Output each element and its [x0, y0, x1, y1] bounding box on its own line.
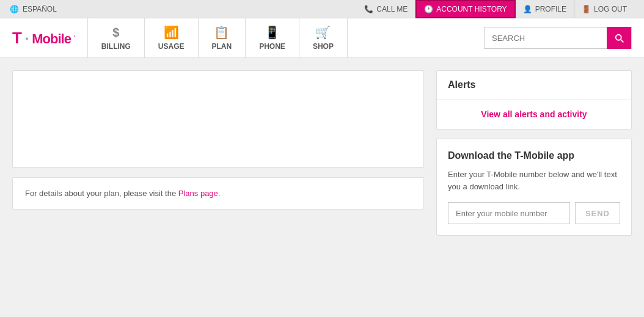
right-column: Alerts View all alerts and activity Down…	[436, 70, 632, 236]
search-button[interactable]	[607, 27, 631, 49]
main-content: For details about your plan, please visi…	[0, 58, 644, 248]
plan-info-box: For details about your plan, please visi…	[12, 177, 424, 210]
top-bar: 🌐 ESPAÑOL 📞 CALL ME 🕐 ACCOUNT HISTORY 👤 …	[0, 0, 644, 18]
search-input[interactable]	[485, 27, 607, 48]
usage-icon: 📶	[164, 25, 179, 40]
nav-plan[interactable]: 📋 PLAN	[199, 18, 246, 57]
plan-label: PLAN	[212, 42, 232, 51]
nav-shop[interactable]: 🛒 SHOP	[299, 18, 348, 57]
history-icon: 🕐	[424, 5, 433, 13]
download-form: SEND	[448, 202, 620, 224]
shop-icon: 🛒	[315, 25, 331, 40]
billing-icon: $	[112, 26, 119, 40]
search-icon	[613, 32, 624, 43]
language-selector[interactable]: 🌐 ESPAÑOL	[10, 5, 57, 13]
phone-label: PHONE	[259, 42, 285, 51]
nav-usage[interactable]: 📶 USAGE	[145, 18, 199, 57]
usage-label: USAGE	[158, 42, 185, 51]
search-area	[472, 18, 644, 57]
phone-nav-icon: 📱	[265, 25, 280, 40]
mobile-number-input[interactable]	[448, 202, 570, 224]
nav-phone[interactable]: 📱 PHONE	[246, 18, 299, 57]
globe-icon: 🌐	[10, 5, 19, 13]
send-button[interactable]: SEND	[575, 202, 620, 224]
logo-text: T · Mobile ·	[12, 29, 75, 48]
call-me-link[interactable]: 📞 CALL ME	[357, 0, 415, 18]
plans-page-link[interactable]: Plans page	[178, 189, 218, 198]
phone-icon: 📞	[364, 5, 373, 13]
person-icon: 👤	[523, 5, 532, 13]
language-label: ESPAÑOL	[23, 5, 57, 13]
content-box	[12, 70, 424, 168]
download-description: Enter your T-Mobile number below and we'…	[448, 169, 620, 192]
nav-links: $ BILLING 📶 USAGE 📋 PLAN 📱 PHONE 🛒 SHOP	[88, 18, 472, 57]
alerts-box: Alerts View all alerts and activity	[436, 70, 632, 129]
logout-icon: 🚪	[582, 5, 591, 13]
nav-bar: T · Mobile · $ BILLING 📶 USAGE 📋 PLAN 📱 …	[0, 18, 644, 58]
download-title: Download the T-Mobile app	[448, 150, 620, 161]
profile-link[interactable]: 👤 PROFILE	[516, 0, 574, 18]
download-box: Download the T-Mobile app Enter your T-M…	[436, 139, 632, 236]
plan-info-suffix: .	[218, 189, 221, 198]
alerts-title: Alerts	[437, 71, 631, 100]
view-alerts-link[interactable]: View all alerts and activity	[437, 100, 631, 129]
billing-label: BILLING	[101, 42, 131, 51]
account-history-link[interactable]: 🕐 ACCOUNT HISTORY	[415, 0, 515, 18]
shop-label: SHOP	[313, 42, 334, 51]
plan-info-text: For details about your plan, please visi…	[25, 189, 178, 198]
nav-billing[interactable]: $ BILLING	[88, 18, 145, 57]
left-column: For details about your plan, please visi…	[12, 70, 424, 236]
search-wrapper	[484, 27, 632, 49]
plan-icon: 📋	[214, 25, 229, 40]
log-out-link[interactable]: 🚪 LOG OUT	[574, 0, 634, 18]
top-nav: 📞 CALL ME 🕐 ACCOUNT HISTORY 👤 PROFILE 🚪 …	[357, 0, 634, 18]
logo[interactable]: T · Mobile ·	[0, 18, 88, 57]
